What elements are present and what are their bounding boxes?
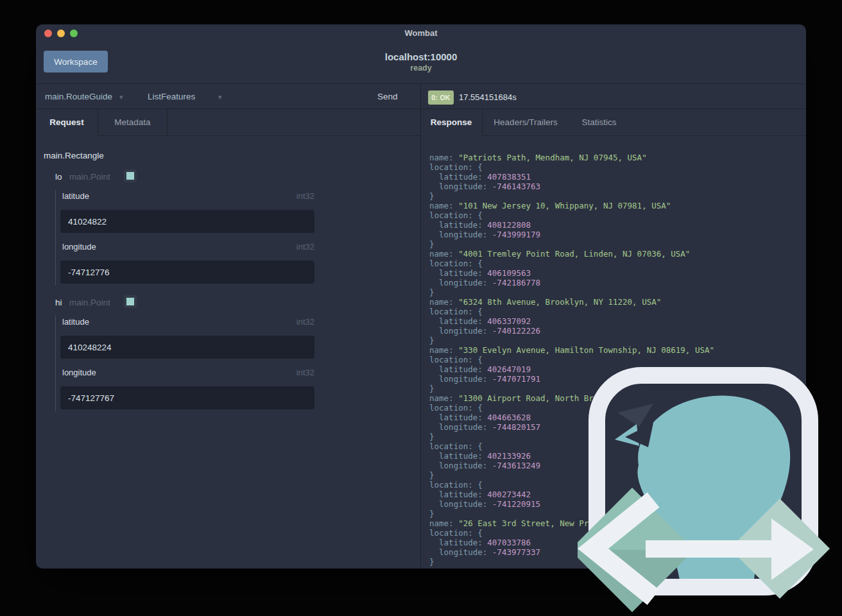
panel-divider [420, 83, 421, 569]
indent-guide [55, 316, 56, 411]
call-duration: 17.554151684s [459, 90, 517, 105]
method-select[interactable]: ListFeatures [148, 84, 195, 110]
hi-latitude-input[interactable] [60, 336, 314, 359]
host-address: localhost:10000 [36, 51, 806, 62]
message-type-label: main.Rectangle [44, 151, 104, 160]
connection-status: ready [36, 64, 806, 73]
field-label-row: latitude int32 [62, 317, 314, 327]
status-badge: 0: OK [428, 90, 454, 105]
field-type-lo: main.Point [69, 172, 110, 182]
tab-statistics[interactable]: Statistics [569, 109, 630, 136]
tab-response[interactable]: Response [420, 109, 483, 136]
field-type: int32 [296, 242, 314, 252]
field-label: latitude [62, 317, 89, 327]
field-type: int32 [296, 368, 314, 377]
window-title: Wombat [36, 28, 806, 38]
workspace-button[interactable]: Workspace [44, 51, 108, 73]
field-type: int32 [296, 191, 314, 201]
chevron-down-icon[interactable]: ▾ [218, 84, 222, 110]
chevron-down-icon[interactable]: ▾ [119, 84, 123, 110]
tab-headers-trailers[interactable]: Headers/Trailers [483, 109, 569, 136]
service-select[interactable]: main.RouteGuide [45, 84, 112, 110]
host-info: localhost:10000 ready [36, 51, 806, 73]
checkbox-checked-icon[interactable] [124, 169, 137, 182]
field-label-row: longitude int32 [62, 242, 314, 252]
divider [483, 135, 806, 136]
field-label: longitude [62, 368, 96, 377]
field-label-row: longitude int32 [62, 368, 314, 377]
field-name-hi: hi [55, 298, 62, 307]
response-body[interactable]: name: "Patriots Path, Mendham, NJ 07945,… [429, 153, 798, 567]
titlebar: Wombat [36, 24, 806, 42]
app-window: Wombat Workspace localhost:10000 ready m… [36, 24, 806, 569]
checkbox-fill [126, 172, 134, 180]
send-button[interactable]: Send [377, 84, 398, 110]
tab-request[interactable]: Request [36, 109, 98, 136]
tab-bar: Request Metadata Response Headers/Traile… [36, 109, 806, 136]
checkbox-fill [126, 298, 134, 305]
field-label: longitude [62, 242, 96, 252]
hi-longitude-input[interactable] [60, 386, 314, 409]
tab-metadata[interactable]: Metadata [98, 109, 168, 136]
field-type: int32 [296, 317, 314, 327]
checkbox-checked-icon[interactable] [124, 295, 137, 308]
field-label: latitude [62, 191, 89, 201]
indent-guide [55, 190, 56, 286]
lo-latitude-input[interactable] [60, 210, 314, 233]
field-label-row: latitude int32 [62, 191, 314, 201]
field-type-hi: main.Point [69, 298, 110, 307]
field-name-lo: lo [55, 172, 62, 182]
call-bar: main.RouteGuide ▾ ListFeatures ▾ Send 0:… [36, 83, 806, 109]
lo-longitude-input[interactable] [60, 261, 314, 284]
divider [98, 135, 420, 136]
